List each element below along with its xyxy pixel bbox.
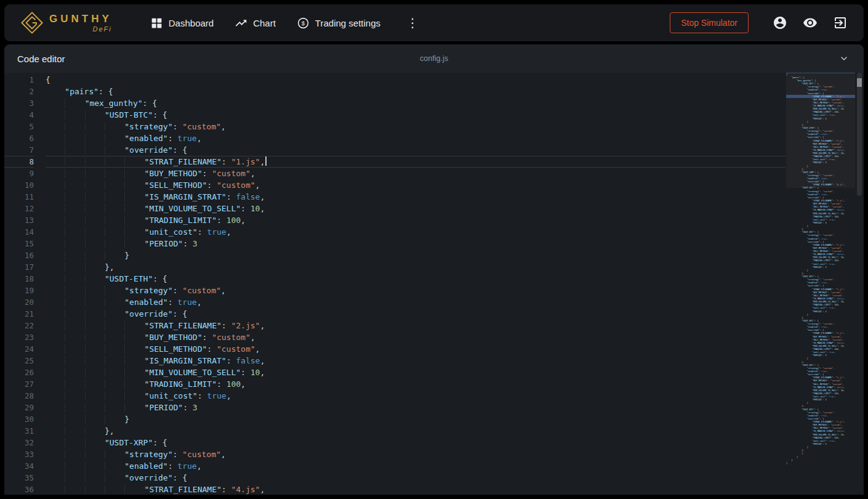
code-line[interactable]: "SELL_METHOD": "custom", bbox=[46, 343, 786, 355]
line-number[interactable]: 34 bbox=[4, 460, 34, 472]
minimap-line: } bbox=[786, 461, 855, 465]
line-number[interactable]: 2 bbox=[4, 86, 34, 97]
line-number[interactable]: 14 bbox=[4, 226, 34, 238]
brand[interactable]: GUNTHY DeFi bbox=[20, 11, 112, 34]
editor-scrollbar[interactable] bbox=[855, 73, 864, 495]
code-line[interactable]: "MIN_VOLUME_TO_SELL": 10, bbox=[46, 367, 786, 378]
line-number[interactable]: 26 bbox=[4, 367, 34, 378]
line-number[interactable]: 19 bbox=[4, 285, 34, 296]
line-number[interactable]: 11 bbox=[4, 191, 34, 203]
line-number[interactable]: 18 bbox=[4, 273, 34, 285]
code-line[interactable]: }, bbox=[46, 261, 786, 273]
line-number[interactable]: 35 bbox=[4, 472, 34, 484]
nav-item-chart[interactable]: Chart bbox=[235, 17, 276, 30]
code-line[interactable]: "pairs": { bbox=[46, 86, 786, 97]
line-number[interactable]: 8 bbox=[4, 156, 34, 168]
minimap[interactable]: { "pairs": { "mex_gunthy": { "USDT-BTC":… bbox=[786, 73, 855, 495]
code-line[interactable]: "override": { bbox=[46, 472, 786, 484]
code-line[interactable]: "TRADING_LIMIT": 100, bbox=[46, 378, 786, 390]
code-line[interactable]: "PERIOD": 3 bbox=[46, 238, 786, 250]
topbar-actions: Stop Simulator bbox=[670, 12, 848, 33]
code-line[interactable]: "BUY_METHOD": "custom", bbox=[46, 168, 786, 179]
code-line[interactable]: "enabled": true, bbox=[46, 460, 786, 472]
line-number-gutter[interactable]: 1234567891011121314151617181920212223242… bbox=[4, 74, 46, 495]
line-number[interactable]: 31 bbox=[4, 425, 34, 437]
eye-icon bbox=[803, 15, 818, 30]
code-line[interactable]: } bbox=[46, 413, 786, 425]
code-line[interactable]: "USDT-BTC": { bbox=[46, 109, 786, 121]
line-number[interactable]: 13 bbox=[4, 214, 34, 226]
line-number[interactable]: 10 bbox=[4, 179, 34, 191]
nav-label-trading-settings: Trading settings bbox=[315, 18, 380, 28]
line-number[interactable]: 22 bbox=[4, 320, 34, 331]
code-line[interactable]: "strategy": "custom", bbox=[46, 448, 786, 460]
code-line[interactable]: "mex_gunthy": { bbox=[46, 97, 786, 109]
code-line[interactable]: "enabled": true, bbox=[46, 296, 786, 308]
line-number[interactable]: 6 bbox=[4, 132, 34, 144]
line-number[interactable]: 24 bbox=[4, 343, 34, 355]
more-menu-button[interactable]: ⋮ bbox=[403, 15, 422, 30]
code-line[interactable]: "IS_MARGIN_STRAT": false, bbox=[46, 355, 786, 367]
chevron-down-icon[interactable] bbox=[839, 54, 849, 63]
code-line[interactable]: "IS_MARGIN_STRAT": false, bbox=[46, 191, 786, 203]
code-line[interactable]: "STRAT_FILENAME": "2.js", bbox=[46, 320, 786, 331]
line-number[interactable]: 7 bbox=[4, 144, 34, 156]
code-content[interactable]: { "pairs": { "mex_gunthy": { "USDT-BTC":… bbox=[46, 74, 786, 495]
line-number[interactable]: 21 bbox=[4, 308, 34, 320]
line-number[interactable]: 3 bbox=[4, 97, 34, 109]
code-line[interactable]: "strategy": "custom", bbox=[46, 121, 786, 132]
account-button[interactable] bbox=[773, 15, 787, 30]
line-number[interactable]: 17 bbox=[4, 261, 34, 273]
line-number[interactable]: 33 bbox=[4, 448, 34, 460]
line-number[interactable]: 15 bbox=[4, 238, 34, 250]
logout-icon bbox=[833, 15, 848, 30]
code-editor-header[interactable]: Code editor config.js bbox=[4, 44, 864, 73]
editor-title: Code editor bbox=[17, 54, 65, 64]
code-line[interactable]: "STRAT_FILENAME": "4.js", bbox=[46, 484, 786, 495]
line-number[interactable]: 25 bbox=[4, 355, 34, 367]
line-number[interactable]: 32 bbox=[4, 437, 34, 448]
line-number[interactable]: 36 bbox=[4, 484, 34, 495]
nav-label-chart: Chart bbox=[253, 18, 276, 28]
code-editor[interactable]: 1234567891011121314151617181920212223242… bbox=[4, 73, 864, 495]
nav-item-trading-settings[interactable]: $ Trading settings bbox=[297, 17, 380, 30]
code-line[interactable]: "strategy": "custom", bbox=[46, 285, 786, 296]
line-number[interactable]: 5 bbox=[4, 121, 34, 132]
line-number[interactable]: 16 bbox=[4, 250, 34, 261]
line-number[interactable]: 9 bbox=[4, 168, 34, 179]
code-line[interactable]: "USDT-ETH": { bbox=[46, 273, 786, 285]
code-line[interactable]: "BUY_METHOD": "custom", bbox=[46, 331, 786, 343]
line-number[interactable]: 23 bbox=[4, 331, 34, 343]
line-number[interactable]: 28 bbox=[4, 390, 34, 402]
code-line[interactable]: "STRAT_FILENAME": "1.js", bbox=[46, 156, 786, 168]
line-number[interactable]: 30 bbox=[4, 413, 34, 425]
code-line[interactable]: "TRADING_LIMIT": 100, bbox=[46, 214, 786, 226]
code-line[interactable]: "override": { bbox=[46, 308, 786, 320]
line-number[interactable]: 20 bbox=[4, 296, 34, 308]
code-line[interactable]: "override": { bbox=[46, 144, 786, 156]
line-number[interactable]: 29 bbox=[4, 402, 34, 413]
line-number[interactable]: 1 bbox=[4, 74, 34, 86]
line-number[interactable]: 27 bbox=[4, 378, 34, 390]
visibility-button[interactable] bbox=[803, 15, 818, 30]
code-line[interactable]: "unit_cost": true, bbox=[46, 226, 786, 238]
code-line[interactable]: }, bbox=[46, 425, 786, 437]
code-line[interactable]: } bbox=[46, 250, 786, 261]
code-line[interactable]: "SELL_METHOD": "custom", bbox=[46, 179, 786, 191]
nav-item-dashboard[interactable]: Dashboard bbox=[150, 17, 214, 30]
gunthy-logo-icon bbox=[20, 11, 44, 34]
minimap-slider[interactable] bbox=[786, 73, 855, 188]
line-number[interactable]: 4 bbox=[4, 109, 34, 121]
line-number[interactable]: 12 bbox=[4, 203, 34, 214]
scrollbar-thumb[interactable] bbox=[857, 73, 862, 196]
brand-sub: DeFi bbox=[93, 26, 112, 33]
code-line[interactable]: "MIN_VOLUME_TO_SELL": 10, bbox=[46, 203, 786, 214]
code-line[interactable]: "USDT-XRP": { bbox=[46, 437, 786, 448]
top-navigation-bar: GUNTHY DeFi Dashboard bbox=[4, 4, 864, 41]
code-line[interactable]: { bbox=[46, 74, 786, 86]
stop-simulator-button[interactable]: Stop Simulator bbox=[670, 12, 749, 33]
logout-button[interactable] bbox=[833, 15, 848, 30]
code-line[interactable]: "PERIOD": 3 bbox=[46, 402, 786, 413]
code-line[interactable]: "unit_cost": true, bbox=[46, 390, 786, 402]
code-line[interactable]: "enabled": true, bbox=[46, 132, 786, 144]
